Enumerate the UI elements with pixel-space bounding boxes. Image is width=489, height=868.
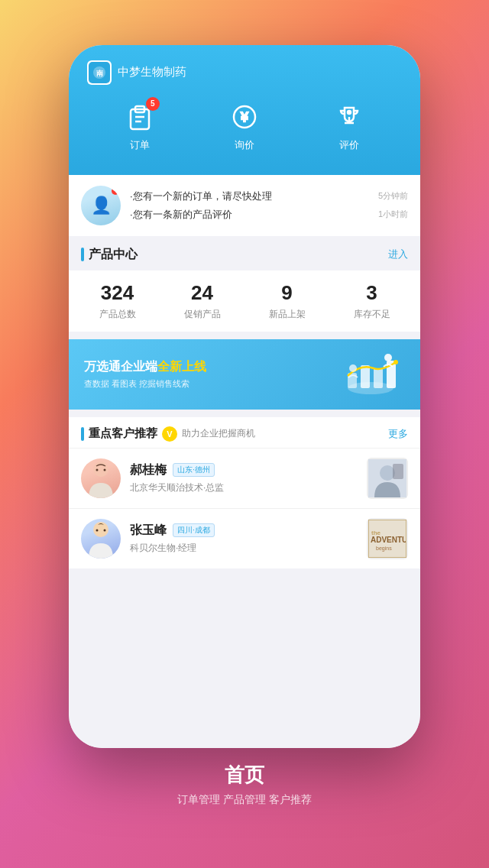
promo-banner[interactable]: 万选通企业端全新上线 查数据 看图表 挖掘销售线索 (69, 339, 420, 410)
customers-section: 重点客户推荐 V 助力企业把握商机 更多 (69, 417, 420, 568)
svg-point-21 (96, 468, 99, 471)
stats-card: 324 产品总数 24 促销产品 9 新品上架 3 库存不足 (69, 270, 420, 332)
customer-row-2[interactable]: 张玉峰 四川·成都 科贝尔生物·经理 the ADVENTURE begins (69, 508, 420, 568)
nav-inquiry[interactable]: ¥ 询价 (192, 100, 296, 152)
banner-title: 万选通企业端全新上线 (84, 359, 206, 375)
brand-row: 南 中梦生物制药 (87, 60, 402, 85)
orders-label: 订单 (130, 138, 150, 152)
customers-title-group: 重点客户推荐 V 助力企业把握商机 (81, 426, 255, 442)
banner-highlight: 全新上线 (157, 360, 206, 373)
svg-point-27 (96, 529, 99, 531)
nav-icons: 5 订单 ¥ 询价 (87, 100, 402, 152)
customer-name-1: 郝桂梅 (130, 462, 167, 478)
banner-subtitle: 查数据 看图表 挖掘销售线索 (84, 378, 206, 390)
customers-subtitle: 助力企业把握商机 (182, 427, 255, 440)
phone-frame: 南 中梦生物制药 5 订单 (69, 45, 420, 748)
customer-avatar-2 (81, 519, 121, 559)
customer-info-2: 张玉峰 四川·成都 科贝尔生物·经理 (130, 523, 358, 555)
v-badge: V (162, 426, 177, 442)
orders-icon-wrap: 5 (121, 100, 158, 134)
product-center-title: 产品中心 (81, 247, 138, 263)
customer-thumb-2: the ADVENTURE begins (367, 518, 408, 559)
notif-line-2: ·您有一条新的产品评价 1小时前 (130, 206, 408, 224)
brand-logo: 南 (87, 60, 112, 85)
brand-name: 中梦生物制药 (118, 65, 186, 79)
stat-total-number: 324 (101, 281, 134, 305)
stat-promo-label: 促销产品 (184, 308, 221, 321)
customer-info-1: 郝桂梅 山东·德州 北京华天顺治技术·总监 (130, 462, 358, 494)
male-avatar-icon (81, 519, 121, 559)
customers-section-bar (81, 427, 84, 441)
customer-desc-1: 北京华天顺治技术·总监 (130, 481, 358, 494)
header: 南 中梦生物制药 5 订单 (69, 45, 420, 175)
svg-point-18 (384, 354, 392, 361)
notif-avatar: 👤 (81, 186, 121, 225)
svg-rect-25 (393, 464, 403, 479)
customer-desc-2: 科贝尔生物·经理 (130, 542, 358, 555)
svg-point-17 (393, 360, 398, 364)
svg-point-19 (349, 364, 357, 372)
svg-text:南: 南 (96, 70, 104, 77)
banner-illustration (336, 351, 405, 397)
svg-rect-15 (374, 368, 383, 388)
review-label: 评价 (339, 138, 359, 152)
product-center-header: 产品中心 进入 (69, 236, 420, 270)
notif-text-2: ·您有一条新的产品评价 (130, 208, 232, 222)
stat-total-label: 产品总数 (99, 308, 136, 321)
notif-line-1: ·您有一个新的订单，请尽快处理 5分钟前 (130, 187, 408, 206)
stat-new: 9 新品上架 (269, 281, 306, 321)
trophy-icon (334, 102, 364, 132)
customer-avatar-1 (81, 458, 121, 498)
customers-title: 重点客户推荐 (89, 426, 157, 441)
banner-prefix: 万选通企业端 (84, 360, 157, 373)
notification-card: 👤 ·您有一个新的订单，请尽快处理 5分钟前 ·您有一条新的产品评价 1小时前 (69, 175, 420, 236)
inquiry-label: 询价 (235, 138, 254, 152)
stats-row: 324 产品总数 24 促销产品 9 新品上架 3 库存不足 (75, 281, 414, 321)
stat-low-label: 库存不足 (354, 308, 390, 321)
nav-orders[interactable]: 5 订单 (87, 100, 192, 152)
customer-thumb-1 (367, 458, 408, 499)
customer-row-1[interactable]: 郝桂梅 山东·德州 北京华天顺治技术·总监 (69, 448, 420, 508)
customer-name-row-1: 郝桂梅 山东·德州 (130, 462, 358, 478)
stat-total: 324 产品总数 (99, 281, 136, 321)
bottom-label: 首页 订单管理 产品管理 客户推荐 (177, 748, 312, 824)
yen-icon: ¥ (229, 102, 260, 132)
svg-rect-14 (361, 365, 370, 388)
nav-review[interactable]: 评价 (297, 100, 402, 152)
svg-point-11 (348, 111, 351, 114)
svg-point-28 (104, 529, 106, 531)
stat-low: 3 库存不足 (354, 281, 390, 321)
product-center-link[interactable]: 进入 (388, 248, 408, 261)
page-subtitle: 订单管理 产品管理 客户推荐 (177, 793, 312, 807)
main-content: 👤 ·您有一个新的订单，请尽快处理 5分钟前 ·您有一条新的产品评价 1小时前 … (69, 175, 420, 748)
svg-point-20 (93, 462, 108, 477)
stat-low-number: 3 (366, 281, 377, 305)
customers-header: 重点客户推荐 V 助力企业把握商机 更多 (69, 417, 420, 448)
svg-text:ADVENTURE: ADVENTURE (371, 536, 406, 544)
stat-promo: 24 促销产品 (184, 281, 221, 321)
customer-name-row-2: 张玉峰 四川·成都 (130, 523, 358, 539)
orders-badge: 5 (146, 97, 160, 111)
inquiry-icon-wrap: ¥ (226, 100, 263, 134)
section-bar (81, 248, 84, 261)
stat-new-label: 新品上架 (269, 308, 306, 321)
page-title: 首页 (177, 762, 312, 789)
svg-point-22 (104, 468, 106, 471)
svg-text:begins: begins (376, 546, 392, 552)
chart-illustration (336, 351, 405, 397)
notif-time-1: 5分钟前 (378, 190, 408, 202)
banner-text: 万选通企业端全新上线 查数据 看图表 挖掘销售线索 (84, 359, 206, 390)
customers-more-link[interactable]: 更多 (388, 427, 408, 441)
customer-region-1: 山东·德州 (173, 463, 215, 477)
notif-text-1: ·您有一个新的订单，请尽快处理 (130, 189, 272, 203)
stat-new-number: 9 (281, 281, 292, 305)
customer-name-2: 张玉峰 (130, 523, 167, 539)
review-icon-wrap (331, 100, 368, 134)
stat-promo-number: 24 (191, 281, 213, 305)
notif-dot (112, 187, 119, 195)
svg-text:¥: ¥ (241, 111, 248, 124)
notif-time-2: 1小时前 (378, 209, 408, 220)
notif-lines: ·您有一个新的订单，请尽快处理 5分钟前 ·您有一条新的产品评价 1小时前 (130, 187, 408, 224)
female-avatar-icon (81, 458, 121, 498)
product-center-label: 产品中心 (89, 247, 138, 263)
